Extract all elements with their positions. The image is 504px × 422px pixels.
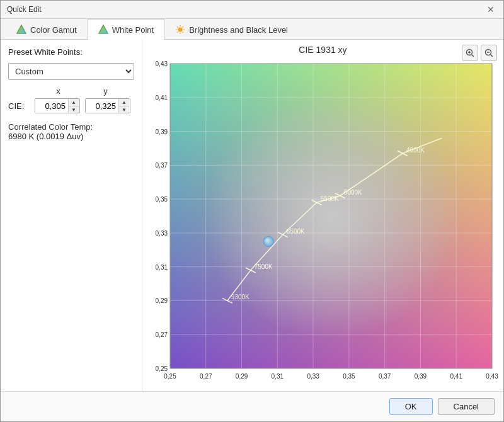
sidebar: Preset White Points: Custom D50 D55 D65 … [1,40,142,391]
sun-icon [175,25,185,35]
tab-bar: Color Gamut White Point [1,19,503,40]
cancel-button[interactable]: Cancel [438,398,495,415]
chart-area: CIE 1931 xy [142,40,503,391]
cie-y-arrows: ▲ ▼ [118,99,129,113]
svg-line-10 [183,32,184,33]
correlated-value: 6980 K (0.0019 Δuv) [8,132,134,141]
main-window: Quick Edit ✕ Color Gamut [0,0,504,422]
cie-x-input[interactable] [35,100,68,113]
cie-col-y: y [82,86,129,96]
triangle-icon [16,25,26,35]
zoom-in-icon [466,48,474,57]
title-bar: Quick Edit ✕ [1,1,503,19]
cie-col-x: x [35,86,82,96]
preset-select[interactable]: Custom D50 D55 D65 D75 9300K [8,63,134,80]
cie-x-down[interactable]: ▼ [69,106,79,113]
svg-line-9 [177,26,178,28]
chart-container [147,60,498,388]
footer: OK Cancel [1,391,503,421]
svg-line-11 [183,26,184,28]
svg-line-16 [472,55,474,57]
window-title: Quick Edit [7,5,42,14]
cie-col-labels: x y [35,86,134,96]
zoom-in-button[interactable] [462,45,478,61]
svg-line-12 [177,32,178,33]
tab-white-point[interactable]: White Point [88,19,164,40]
chart-toolbar [462,45,497,61]
tab-color-gamut[interactable]: Color Gamut [6,19,88,40]
tab-brightness[interactable]: Brightness and Black Level [164,19,299,40]
ok-button[interactable]: OK [389,398,433,415]
cie-y-up[interactable]: ▲ [119,99,129,106]
cie-input-row: CIE: ▲ ▼ ▲ ▼ [8,98,134,113]
chart-title: CIE 1931 xy [147,45,498,55]
main-content: Preset White Points: Custom D50 D55 D65 … [1,40,503,391]
cie-y-spinbox[interactable]: ▲ ▼ [85,98,130,113]
correlated-label: Correlated Color Temp: [8,122,134,132]
cie-x-arrows: ▲ ▼ [68,99,79,113]
svg-point-4 [178,28,183,32]
cie-y-down[interactable]: ▼ [119,106,129,113]
tab-brightness-label: Brightness and Black Level [189,25,288,35]
cie-x-spinbox[interactable]: ▲ ▼ [35,98,80,113]
triangle-icon-2 [98,25,108,35]
tab-color-gamut-label: Color Gamut [30,25,77,35]
cie-x-up[interactable]: ▲ [69,99,79,106]
zoom-out-icon [484,48,493,57]
cie-row-label: CIE: [8,101,32,111]
svg-marker-1 [17,25,26,33]
correlated-section: Correlated Color Temp: 6980 K (0.0019 Δu… [8,122,134,141]
preset-label: Preset White Points: [8,47,134,57]
cie-diagram[interactable] [147,60,498,386]
zoom-out-button[interactable] [481,45,497,61]
tab-white-point-label: White Point [112,25,154,35]
svg-marker-3 [99,25,108,33]
close-button[interactable]: ✕ [484,4,497,14]
cie-y-input[interactable] [86,100,118,113]
cie-section: x y CIE: ▲ ▼ ▲ [8,86,134,113]
svg-line-19 [491,55,493,57]
